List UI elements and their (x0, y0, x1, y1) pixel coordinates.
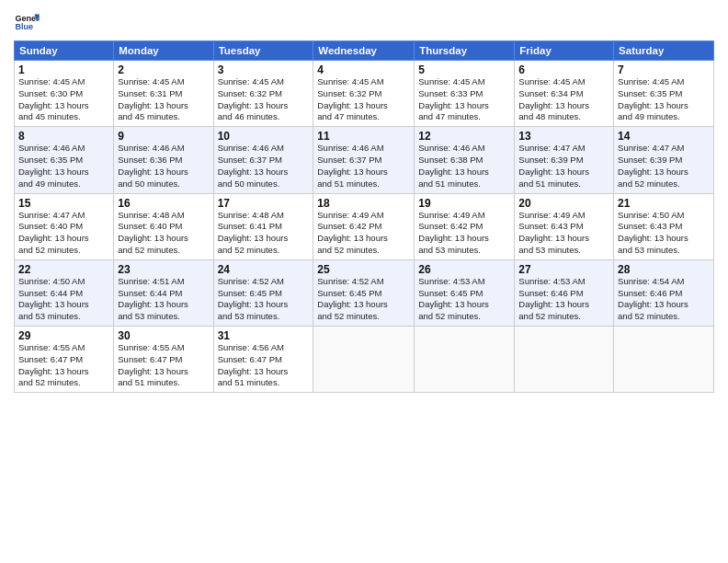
calendar-table: SundayMondayTuesdayWednesdayThursdayFrid… (14, 40, 714, 393)
calendar-cell: 22Sunrise: 4:50 AM Sunset: 6:44 PM Dayli… (15, 259, 114, 326)
calendar-cell: 21Sunrise: 4:50 AM Sunset: 6:43 PM Dayli… (614, 193, 714, 259)
calendar-header-friday: Friday (515, 41, 614, 61)
day-info: Sunrise: 4:45 AM Sunset: 6:32 PM Dayligh… (317, 76, 410, 123)
day-number: 30 (118, 329, 209, 342)
day-info: Sunrise: 4:45 AM Sunset: 6:31 PM Dayligh… (118, 76, 209, 123)
calendar-cell: 29Sunrise: 4:55 AM Sunset: 6:47 PM Dayli… (15, 327, 114, 393)
day-number: 28 (618, 263, 710, 276)
calendar-cell: 19Sunrise: 4:49 AM Sunset: 6:42 PM Dayli… (415, 193, 515, 259)
calendar-cell: 30Sunrise: 4:55 AM Sunset: 6:47 PM Dayli… (114, 327, 213, 393)
calendar-cell: 15Sunrise: 4:47 AM Sunset: 6:40 PM Dayli… (15, 193, 114, 259)
day-number: 21 (618, 197, 710, 210)
calendar-cell: 24Sunrise: 4:52 AM Sunset: 6:45 PM Dayli… (213, 259, 313, 326)
day-number: 12 (418, 130, 510, 143)
day-number: 27 (518, 263, 609, 276)
day-number: 8 (18, 130, 109, 143)
day-info: Sunrise: 4:55 AM Sunset: 6:47 PM Dayligh… (18, 342, 109, 389)
day-number: 18 (317, 197, 410, 210)
day-info: Sunrise: 4:50 AM Sunset: 6:43 PM Dayligh… (618, 210, 710, 257)
day-number: 26 (418, 263, 510, 276)
day-info: Sunrise: 4:53 AM Sunset: 6:45 PM Dayligh… (418, 276, 510, 323)
day-info: Sunrise: 4:46 AM Sunset: 6:35 PM Dayligh… (18, 143, 109, 190)
calendar-cell: 31Sunrise: 4:56 AM Sunset: 6:47 PM Dayli… (213, 327, 313, 393)
calendar-header-wednesday: Wednesday (313, 41, 415, 61)
calendar-cell: 12Sunrise: 4:46 AM Sunset: 6:38 PM Dayli… (415, 127, 515, 193)
day-number: 4 (317, 63, 410, 76)
day-number: 25 (317, 263, 410, 276)
calendar-cell: 17Sunrise: 4:48 AM Sunset: 6:41 PM Dayli… (213, 193, 313, 259)
day-info: Sunrise: 4:53 AM Sunset: 6:46 PM Dayligh… (518, 276, 609, 323)
calendar-cell: 7Sunrise: 4:45 AM Sunset: 6:35 PM Daylig… (614, 61, 714, 127)
calendar-cell: 27Sunrise: 4:53 AM Sunset: 6:46 PM Dayli… (515, 259, 614, 326)
day-number: 6 (518, 63, 609, 76)
calendar-cell: 28Sunrise: 4:54 AM Sunset: 6:46 PM Dayli… (614, 259, 714, 326)
calendar-cell: 25Sunrise: 4:52 AM Sunset: 6:45 PM Dayli… (313, 259, 415, 326)
calendar-header-saturday: Saturday (614, 41, 714, 61)
day-info: Sunrise: 4:51 AM Sunset: 6:44 PM Dayligh… (118, 276, 209, 323)
logo: General Blue (14, 9, 43, 35)
calendar-cell (614, 327, 714, 393)
calendar-header-row: SundayMondayTuesdayWednesdayThursdayFrid… (15, 41, 714, 61)
page: General Blue SundayMondayTuesdayWednesda… (0, 0, 728, 563)
day-info: Sunrise: 4:47 AM Sunset: 6:40 PM Dayligh… (18, 210, 109, 257)
calendar-cell: 18Sunrise: 4:49 AM Sunset: 6:42 PM Dayli… (313, 193, 415, 259)
day-number: 5 (418, 63, 510, 76)
logo-icon: General Blue (14, 9, 40, 35)
day-number: 15 (18, 197, 109, 210)
day-info: Sunrise: 4:54 AM Sunset: 6:46 PM Dayligh… (618, 276, 710, 323)
day-info: Sunrise: 4:45 AM Sunset: 6:33 PM Dayligh… (418, 76, 510, 123)
day-info: Sunrise: 4:50 AM Sunset: 6:44 PM Dayligh… (18, 276, 109, 323)
calendar-week-3: 15Sunrise: 4:47 AM Sunset: 6:40 PM Dayli… (15, 193, 714, 259)
day-info: Sunrise: 4:45 AM Sunset: 6:32 PM Dayligh… (218, 76, 310, 123)
day-number: 20 (518, 197, 609, 210)
day-info: Sunrise: 4:52 AM Sunset: 6:45 PM Dayligh… (218, 276, 310, 323)
calendar-cell: 23Sunrise: 4:51 AM Sunset: 6:44 PM Dayli… (114, 259, 213, 326)
day-number: 7 (618, 63, 710, 76)
day-number: 24 (218, 263, 310, 276)
calendar-cell: 2Sunrise: 4:45 AM Sunset: 6:31 PM Daylig… (114, 61, 213, 127)
day-info: Sunrise: 4:48 AM Sunset: 6:41 PM Dayligh… (218, 210, 310, 257)
day-number: 13 (518, 130, 609, 143)
calendar-cell: 11Sunrise: 4:46 AM Sunset: 6:37 PM Dayli… (313, 127, 415, 193)
day-number: 23 (118, 263, 209, 276)
calendar-cell: 3Sunrise: 4:45 AM Sunset: 6:32 PM Daylig… (213, 61, 313, 127)
day-number: 16 (118, 197, 209, 210)
day-info: Sunrise: 4:46 AM Sunset: 6:37 PM Dayligh… (317, 143, 410, 190)
calendar-cell: 8Sunrise: 4:46 AM Sunset: 6:35 PM Daylig… (15, 127, 114, 193)
header: General Blue (14, 9, 714, 35)
day-number: 1 (18, 63, 109, 76)
day-number: 14 (618, 130, 710, 143)
day-info: Sunrise: 4:45 AM Sunset: 6:34 PM Dayligh… (518, 76, 609, 123)
calendar-cell: 10Sunrise: 4:46 AM Sunset: 6:37 PM Dayli… (213, 127, 313, 193)
day-info: Sunrise: 4:47 AM Sunset: 6:39 PM Dayligh… (618, 143, 710, 190)
day-info: Sunrise: 4:45 AM Sunset: 6:35 PM Dayligh… (618, 76, 710, 123)
calendar-cell: 5Sunrise: 4:45 AM Sunset: 6:33 PM Daylig… (415, 61, 515, 127)
day-info: Sunrise: 4:56 AM Sunset: 6:47 PM Dayligh… (218, 342, 310, 389)
calendar-cell: 13Sunrise: 4:47 AM Sunset: 6:39 PM Dayli… (515, 127, 614, 193)
day-number: 10 (218, 130, 310, 143)
calendar-cell: 9Sunrise: 4:46 AM Sunset: 6:36 PM Daylig… (114, 127, 213, 193)
day-number: 3 (218, 63, 310, 76)
day-number: 31 (218, 329, 310, 342)
calendar-week-1: 1Sunrise: 4:45 AM Sunset: 6:30 PM Daylig… (15, 61, 714, 127)
calendar-week-5: 29Sunrise: 4:55 AM Sunset: 6:47 PM Dayli… (15, 327, 714, 393)
day-info: Sunrise: 4:49 AM Sunset: 6:43 PM Dayligh… (518, 210, 609, 257)
svg-text:Blue: Blue (15, 22, 33, 31)
day-number: 2 (118, 63, 209, 76)
day-info: Sunrise: 4:49 AM Sunset: 6:42 PM Dayligh… (418, 210, 510, 257)
day-info: Sunrise: 4:55 AM Sunset: 6:47 PM Dayligh… (118, 342, 209, 389)
day-info: Sunrise: 4:46 AM Sunset: 6:37 PM Dayligh… (218, 143, 310, 190)
day-info: Sunrise: 4:52 AM Sunset: 6:45 PM Dayligh… (317, 276, 410, 323)
calendar-header-thursday: Thursday (415, 41, 515, 61)
day-number: 9 (118, 130, 209, 143)
calendar-cell (415, 327, 515, 393)
calendar-header-tuesday: Tuesday (213, 41, 313, 61)
calendar-cell: 14Sunrise: 4:47 AM Sunset: 6:39 PM Dayli… (614, 127, 714, 193)
calendar-week-2: 8Sunrise: 4:46 AM Sunset: 6:35 PM Daylig… (15, 127, 714, 193)
day-number: 17 (218, 197, 310, 210)
day-info: Sunrise: 4:46 AM Sunset: 6:38 PM Dayligh… (418, 143, 510, 190)
calendar-cell: 26Sunrise: 4:53 AM Sunset: 6:45 PM Dayli… (415, 259, 515, 326)
day-number: 29 (18, 329, 109, 342)
day-info: Sunrise: 4:45 AM Sunset: 6:30 PM Dayligh… (18, 76, 109, 123)
calendar-header-sunday: Sunday (15, 41, 114, 61)
